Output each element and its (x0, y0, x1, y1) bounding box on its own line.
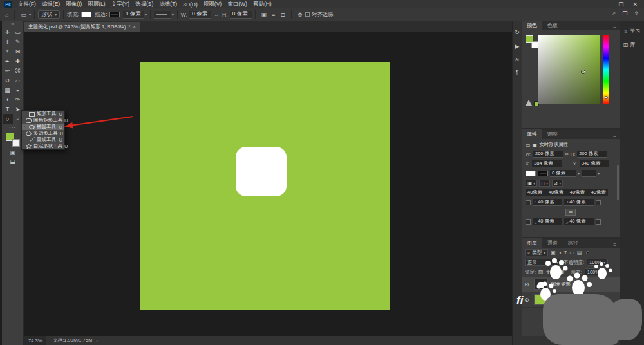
shape-height-field[interactable]: 200 像素 (577, 151, 607, 158)
menu-type[interactable]: 文字(Y) (111, 1, 129, 8)
corner-radius-summary[interactable]: 40像素 40像素 40像素 40像素 (526, 189, 608, 196)
layer-thumbnail[interactable] (534, 294, 548, 305)
corner-br-field[interactable]: 40 像素 (569, 218, 585, 225)
layer-name[interactable]: 圆角矩形 1 (551, 281, 574, 288)
tab-close-icon[interactable]: × (133, 24, 136, 30)
dodge-tool[interactable]: ◖ (3, 95, 13, 104)
tab-swatches[interactable]: 色板 (542, 21, 563, 30)
canvas-area[interactable] (24, 32, 512, 336)
filter-type-icon[interactable]: T (564, 250, 567, 256)
corner-tl-toggle[interactable] (526, 200, 531, 205)
new-layer-icon[interactable]: ⊞ (600, 338, 604, 344)
flyout-item-rounded-rectangle[interactable]: 圆角矩形工具 U (22, 117, 64, 124)
menu-view[interactable]: 视图(V) (204, 1, 222, 8)
tab-layers[interactable]: 图层 (522, 238, 542, 248)
menu-filter[interactable]: 滤镜(T) (159, 1, 177, 8)
minimize-button[interactable]: — (603, 1, 609, 8)
menu-3d[interactable]: 3D(D) (183, 1, 198, 8)
stroke-style-field[interactable]: —— (154, 11, 171, 19)
learn-button[interactable]: ☼ 学习 (623, 28, 644, 35)
width-field[interactable]: 0 像素 (189, 11, 211, 19)
menu-select[interactable]: 选择(S) (135, 1, 153, 8)
crop-tool[interactable]: ⌖ (3, 46, 13, 56)
stroke-width-field[interactable]: 1 像素 (123, 11, 144, 19)
shape-x-field[interactable]: 384 像素 (532, 160, 562, 167)
shape-tool[interactable]: ○ (3, 114, 13, 124)
visibility-eye-icon[interactable]: ⊙ (524, 297, 531, 303)
home-icon[interactable]: ⌂ (5, 12, 8, 18)
ai-panel-icon[interactable]: Ai (513, 57, 522, 61)
color-picker-field[interactable] (538, 35, 600, 104)
menu-window[interactable]: 窗口(W) (227, 1, 247, 8)
eyedropper-tool[interactable]: ✒ (3, 56, 13, 66)
flyout-item-polygon[interactable]: 多边形工具 U (22, 130, 64, 136)
path-alignment-icon[interactable]: ≡ (272, 12, 275, 18)
panel-menu-icon[interactable]: ≡ (613, 24, 616, 30)
link-layers-icon[interactable]: ∞ (559, 338, 563, 344)
tab-properties[interactable]: 属性 (522, 129, 542, 139)
more-tools-icon[interactable]: ··· (2, 125, 23, 131)
layer-style-icon[interactable]: fx (567, 338, 571, 344)
stroke-swatch[interactable] (109, 12, 120, 17)
clone-stamp-tool[interactable]: ⌘ (13, 66, 23, 75)
rounded-rectangle-shape[interactable] (236, 147, 287, 196)
stroke-corners-select[interactable]: ⊿▾ (552, 180, 563, 187)
filter-adjustment-icon[interactable]: ◑ (558, 250, 562, 256)
flyout-item-rectangle[interactable]: 矩形工具 U (22, 111, 64, 117)
menu-file[interactable]: 文件(F) (18, 1, 36, 8)
layer-row-rounded-rect[interactable]: ⊙ 圆角矩形 1 (522, 277, 620, 292)
filter-toggle[interactable] (586, 251, 589, 254)
close-button[interactable]: ✕ (632, 1, 638, 8)
screen-mode-icon[interactable]: ⬓ (2, 158, 23, 165)
gear-icon[interactable]: ⚙ (298, 12, 303, 18)
pen-tool[interactable]: ✑ (13, 95, 23, 104)
panel-menu-icon[interactable]: ≡ (613, 133, 616, 139)
shape-stroke-width-field[interactable]: 0 像素 (550, 170, 576, 177)
layer-thumbnail[interactable] (534, 279, 548, 290)
path-arrangement-icon[interactable]: ⊟ (280, 12, 285, 18)
restore-button[interactable]: ❐ (618, 1, 623, 8)
shape-stroke-swatch[interactable] (538, 171, 548, 176)
marquee-tool[interactable]: ▭ (13, 27, 23, 37)
corner-bl-field[interactable]: 40 像素 (538, 218, 554, 225)
height-field[interactable]: 0 像素 (230, 11, 252, 19)
fill-swatch[interactable] (81, 12, 91, 17)
lock-transparency-icon[interactable]: ▨ (538, 269, 544, 275)
filter-pixel-icon[interactable]: ▣ (551, 250, 556, 256)
link-dimensions-icon[interactable]: ⇔ (214, 12, 220, 18)
stroke-caps-select[interactable]: ⊓▾ (539, 180, 550, 187)
fill-opacity-select[interactable]: 100% ▾ (585, 268, 606, 275)
menu-layer[interactable]: 图层(L) (88, 1, 105, 8)
tab-channels[interactable]: 通道 (542, 238, 563, 248)
hue-slider-marker[interactable] (605, 96, 608, 99)
path-operations-icon[interactable]: ▣ (261, 12, 267, 18)
adjustment-layer-icon[interactable]: ◑ (583, 338, 587, 344)
share-icon[interactable]: ⇪ (634, 10, 639, 17)
stroke-align-select[interactable]: ▣▾ (526, 180, 537, 187)
quick-select-tool[interactable]: ✎ (13, 37, 23, 46)
collapse-toolbar-icon[interactable]: » (2, 21, 23, 27)
document-tab[interactable]: 主题美化.psd @ 74.3% (圆角矩形 1, RGB/8#) * × (24, 22, 140, 32)
tool-mode-select[interactable]: 形状 ▾ (38, 10, 60, 19)
corner-bl-toggle[interactable] (526, 219, 531, 225)
opacity-select[interactable]: 100% ▾ (587, 259, 608, 266)
background-color-swatch[interactable] (12, 139, 20, 147)
shape-stroke-style-field[interactable]: —— (582, 170, 596, 177)
history-brush-tool[interactable]: ↺ (3, 75, 13, 85)
paragraph-panel-icon[interactable]: ¶ (513, 69, 522, 75)
brush-tool[interactable]: ✏ (3, 66, 13, 75)
link-corners-button[interactable]: ∞ (565, 209, 576, 216)
menu-help[interactable]: 帮助(H) (253, 1, 272, 8)
tab-paths[interactable]: 路径 (563, 238, 583, 248)
eraser-tool[interactable]: ▱ (13, 75, 23, 85)
panel-menu-icon[interactable]: ≡ (613, 242, 616, 248)
link-wh-icon[interactable]: ∞ (565, 151, 569, 157)
layer-filter-select[interactable]: ⌕ 类型 ▾ (525, 249, 548, 256)
hue-slider[interactable] (603, 35, 609, 104)
gradient-tool[interactable]: ▦ (3, 85, 13, 95)
menu-edit[interactable]: 编辑(E) (42, 1, 60, 8)
add-mask-icon[interactable]: ◙ (576, 338, 579, 344)
delete-layer-icon[interactable]: ⌧ (609, 338, 614, 344)
foreground-swatch[interactable] (526, 35, 533, 43)
corner-br-toggle[interactable] (596, 219, 601, 225)
